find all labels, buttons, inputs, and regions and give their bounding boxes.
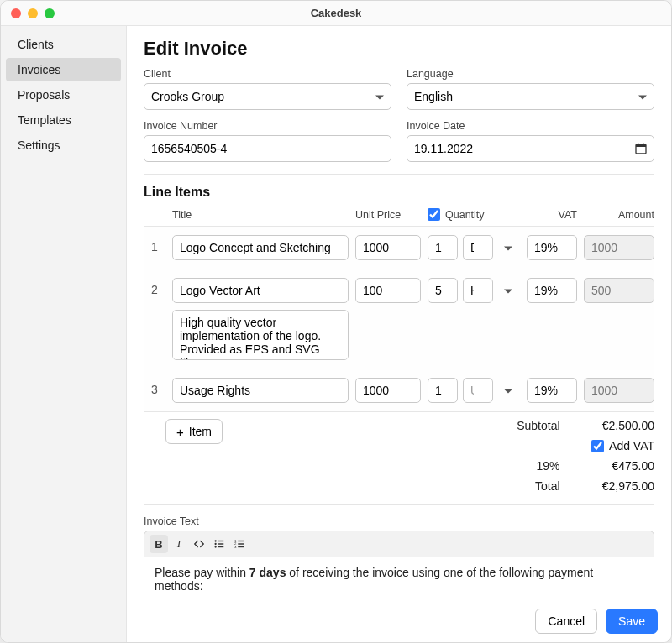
app-title: Cakedesk: [311, 7, 362, 19]
col-vat: VAT: [527, 209, 577, 221]
add-item-button[interactable]: + Item: [165, 419, 223, 444]
invoice-date-label: Invoice Date: [407, 120, 654, 132]
col-title: Title: [172, 209, 349, 221]
invoice-text-editor: B I 123 Please pay within 7 days: [144, 531, 654, 599]
subtotal-label: Subtotal: [517, 419, 559, 432]
svg-point-6: [214, 543, 216, 545]
line-item-vat-input[interactable]: [527, 378, 577, 403]
sidebar-item-proposals[interactable]: Proposals: [6, 83, 121, 107]
invoice-date-input[interactable]: [407, 135, 654, 162]
line-item-qty-input[interactable]: [428, 278, 458, 303]
maximize-icon[interactable]: [45, 8, 55, 18]
vat-amount-value: €475.00: [612, 459, 654, 473]
line-item-qty-input[interactable]: [428, 235, 458, 260]
client-select[interactable]: Crooks Group: [144, 83, 391, 110]
line-item-vat-input[interactable]: [527, 235, 577, 260]
line-item-index: 2: [144, 278, 165, 296]
window-controls: [11, 8, 55, 18]
editor-toolbar: B I 123: [144, 531, 654, 557]
main-content: Edit Invoice Client Crooks Group Languag…: [127, 26, 671, 599]
svg-rect-9: [218, 546, 223, 547]
language-select[interactable]: English: [407, 83, 654, 110]
titlebar: Cakedesk: [1, 1, 671, 26]
svg-rect-15: [238, 546, 244, 547]
numbered-list-button[interactable]: 123: [230, 535, 249, 553]
line-item-title-input[interactable]: [172, 235, 349, 260]
line-item-description-input[interactable]: High quality vector implementation of th…: [172, 310, 349, 360]
line-item-title-input[interactable]: [172, 378, 349, 403]
minimize-icon[interactable]: [28, 8, 38, 18]
add-item-label: Item: [189, 425, 212, 438]
app-window: Cakedesk Clients Invoices Proposals Temp…: [0, 0, 672, 643]
quantity-toggle-checkbox[interactable]: [428, 208, 440, 221]
total-label: Total: [535, 479, 560, 493]
close-icon[interactable]: [11, 8, 21, 18]
svg-rect-7: [218, 543, 223, 544]
col-unit-price: Unit Price: [355, 209, 421, 221]
line-item: 1 Days: [144, 227, 654, 269]
client-label: Client: [144, 68, 391, 80]
line-item-unitprice-input[interactable]: [355, 378, 421, 403]
page-title: Edit Invoice: [144, 38, 654, 60]
code-button[interactable]: [190, 535, 208, 553]
invoice-number-input[interactable]: [144, 135, 391, 162]
bold-button[interactable]: B: [150, 535, 168, 553]
total-value: €2,975.00: [602, 479, 654, 493]
line-item-amount-output: [584, 378, 654, 403]
svg-text:3: 3: [234, 545, 237, 549]
line-item-index: 3: [144, 378, 165, 396]
cancel-button[interactable]: Cancel: [535, 609, 597, 634]
add-vat-label: Add VAT: [609, 439, 654, 452]
line-item-index: 1: [144, 235, 165, 254]
vat-rate-label: 19%: [537, 459, 560, 473]
invoice-text-line: Please pay within 7 days of receiving th…: [155, 566, 593, 593]
invoice-number-label: Invoice Number: [144, 120, 391, 132]
bullet-list-button[interactable]: [210, 535, 228, 553]
italic-button[interactable]: I: [170, 535, 188, 553]
col-quantity: Quantity: [445, 209, 485, 221]
line-item-unit-select[interactable]: Days: [463, 235, 493, 260]
invoice-text-body[interactable]: Please pay within 7 days of receiving th…: [144, 557, 654, 599]
save-button[interactable]: Save: [606, 609, 658, 634]
sidebar-item-templates[interactable]: Templates: [6, 108, 121, 132]
line-item-amount-output: [584, 278, 654, 303]
language-label: Language: [407, 68, 654, 80]
line-item: 3 Unit: [144, 369, 654, 412]
svg-rect-11: [238, 541, 244, 541]
sidebar-item-clients[interactable]: Clients: [6, 33, 121, 56]
line-item-unit-select[interactable]: Unit: [463, 378, 493, 403]
line-item-vat-input[interactable]: [527, 278, 577, 303]
line-item: 2 High quality vector implementation of …: [144, 269, 654, 369]
svg-point-8: [214, 546, 216, 547]
line-item-unitprice-input[interactable]: [355, 235, 421, 260]
line-item-unit-select[interactable]: Hours: [463, 278, 493, 303]
col-amount: Amount: [584, 209, 654, 221]
line-items-header: Title Unit Price Quantity VAT Amount: [144, 208, 654, 226]
svg-point-4: [214, 540, 216, 541]
line-items-title: Line Items: [144, 185, 654, 200]
sidebar: Clients Invoices Proposals Templates Set…: [1, 26, 127, 642]
totals: Subtotal €2,500.00 Add VAT 19% €475.00 T…: [486, 419, 654, 493]
svg-rect-5: [218, 541, 223, 541]
invoice-text-label: Invoice Text: [144, 515, 654, 527]
sidebar-item-invoices[interactable]: Invoices: [6, 58, 121, 81]
line-item-title-input[interactable]: [172, 278, 349, 303]
svg-rect-13: [238, 543, 244, 544]
footer: Cancel Save: [127, 599, 671, 642]
add-vat-checkbox[interactable]: [591, 440, 604, 452]
line-item-amount-output: [584, 235, 654, 260]
sidebar-item-settings[interactable]: Settings: [6, 133, 121, 157]
subtotal-value: €2,500.00: [602, 419, 654, 432]
plus-icon: +: [176, 426, 184, 438]
line-item-qty-input[interactable]: [428, 378, 458, 403]
line-item-unitprice-input[interactable]: [355, 278, 421, 303]
